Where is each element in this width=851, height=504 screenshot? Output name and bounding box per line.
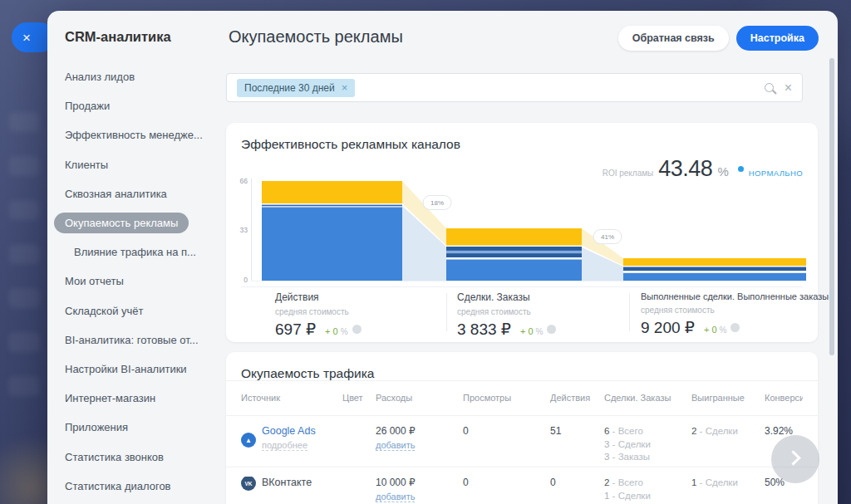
- sidebar-item-label: BI-аналитика: готовые от...: [65, 334, 199, 346]
- settings-button[interactable]: Настройка: [736, 26, 819, 51]
- sidebar-nav: Анализ лидов Продажи Эффективность менед…: [47, 62, 225, 501]
- views-value: 0: [463, 477, 550, 504]
- stat-delta-unit: %: [341, 327, 348, 336]
- divider: [241, 286, 803, 287]
- sidebar-item-call-stats[interactable]: Статистика звонков: [47, 442, 225, 471]
- sidebar-item-label: Статистика звонков: [65, 451, 164, 463]
- funnel-bar-1-yellow[interactable]: [262, 181, 402, 203]
- crm-analytics-slider: CRM-аналитика Анализ лидов Продажи Эффек…: [47, 11, 838, 504]
- sidebar-item-warehouse[interactable]: Складской учёт: [47, 296, 225, 325]
- column-header-conversion[interactable]: Конверсия,: [765, 393, 803, 403]
- clear-filter-icon[interactable]: ×: [785, 81, 792, 95]
- sidebar-item-label: Влияние трафика на п...: [74, 246, 196, 258]
- details-link[interactable]: подробнее: [262, 440, 307, 451]
- sidebar-item-ad-roi[interactable]: Окупаемость рекламы: [47, 208, 225, 237]
- feedback-button[interactable]: Обратная связь: [618, 26, 729, 51]
- stat-value: 9 200 ₽: [641, 318, 695, 337]
- funnel-bar-2-blue[interactable]: [446, 260, 582, 281]
- column-header-won[interactable]: Выигранные: [691, 393, 765, 403]
- info-icon[interactable]: [730, 323, 740, 332]
- divider: [446, 293, 447, 331]
- filter-chip-label: Последние 30 дней: [244, 82, 335, 94]
- chip-remove-icon[interactable]: ×: [342, 82, 348, 93]
- sidebar-item-label: Приложения: [65, 421, 128, 433]
- sidebar-item-lead-analysis[interactable]: Анализ лидов: [47, 62, 225, 91]
- source-link[interactable]: Google Ads: [262, 425, 316, 437]
- stat-value: 697 ₽: [275, 320, 316, 339]
- column-header-actions[interactable]: Действия: [550, 393, 604, 403]
- table-header: Источник Цвет Расходы Просмотры Действия…: [241, 393, 803, 403]
- stat-actions: Действия средняя стоимость 697 ₽ + 0 %: [275, 291, 362, 339]
- background-blur-shape: [8, 332, 40, 352]
- conversion-badge-label: 18%: [430, 199, 444, 207]
- column-header-expenses[interactable]: Расходы: [376, 393, 463, 403]
- scroll-right-button[interactable]: [771, 435, 819, 483]
- traffic-card: Окупаемость трафика Источник Цвет Расход…: [226, 352, 818, 504]
- column-header-deals[interactable]: Сделки. Заказы: [604, 393, 691, 403]
- stat-delta-unit: %: [536, 327, 544, 336]
- sidebar-item-label: Клиенты: [65, 159, 108, 171]
- sidebar-item-traffic-influence[interactable]: Влияние трафика на п...: [47, 237, 225, 267]
- funnel-bar-2-navy[interactable]: [446, 247, 582, 251]
- actions-value: 51: [550, 425, 604, 464]
- info-icon[interactable]: [352, 325, 362, 334]
- stat-deals-orders: Сделки. Заказы средняя стоимость 3 833 ₽…: [457, 291, 556, 339]
- search-icon[interactable]: [765, 83, 774, 92]
- filter-search-input[interactable]: [355, 74, 764, 101]
- sidebar-item-online-store[interactable]: Интернет-магазин: [47, 384, 225, 413]
- stat-completed-deals: Выполненные сделки. Выполненные заказы с…: [641, 291, 829, 337]
- page-title: Окупаемость рекламы: [229, 27, 403, 46]
- stat-label: Действия: [275, 291, 362, 303]
- funnel-chart: 66 33 0 18%: [235, 174, 810, 286]
- column-header-views[interactable]: Просмотры: [463, 393, 550, 403]
- sidebar-title: CRM-аналитика: [65, 29, 171, 45]
- y-tick: 33: [240, 226, 248, 234]
- funnel-bar-3-yellow[interactable]: [623, 258, 806, 266]
- background-blur-shape: [8, 156, 40, 176]
- funnel-bar-2-stripe: [446, 252, 582, 253]
- sidebar-item-clients[interactable]: Клиенты: [47, 150, 225, 179]
- divider: [226, 415, 818, 416]
- traffic-card-title: Окупаемость трафика: [241, 366, 374, 381]
- stat-delta: + 0: [520, 326, 534, 336]
- sidebar-item-end-to-end-analytics[interactable]: Сквозная аналитика: [47, 179, 225, 208]
- sidebar-item-dialog-stats[interactable]: Статистика диалогов: [47, 472, 225, 501]
- info-icon[interactable]: [547, 325, 556, 334]
- background-blur-shape: [8, 244, 40, 264]
- sidebar-item-label: Складской учёт: [65, 305, 144, 317]
- chevron-right-icon: [785, 450, 800, 465]
- vkontakte-icon: VK: [241, 477, 256, 491]
- funnel-bar-1-blue[interactable]: [262, 208, 402, 281]
- sidebar-item-label: Эффективность менедже...: [65, 129, 203, 141]
- add-expenses-link[interactable]: добавить: [376, 440, 415, 451]
- column-header-color[interactable]: Цвет: [342, 393, 376, 403]
- sidebar-item-label: Продажи: [65, 100, 110, 112]
- source-label[interactable]: ВКонтакте: [262, 477, 312, 488]
- vertical-scrollbar[interactable]: [829, 58, 834, 355]
- sidebar-item-sales[interactable]: Продажи: [47, 91, 225, 120]
- stat-sublabel: средняя стоимость: [641, 306, 829, 315]
- funnel-bar-2-navy[interactable]: [446, 253, 582, 257]
- sidebar-item-apps[interactable]: Приложения: [47, 413, 225, 442]
- stat-delta-unit: %: [720, 325, 727, 335]
- y-tick: 0: [243, 276, 248, 284]
- filter-chip-last-30-days[interactable]: Последние 30 дней ×: [237, 79, 355, 97]
- column-header-source[interactable]: Источник: [241, 393, 342, 403]
- sidebar-item-bi-settings[interactable]: Настройки BI-аналитики: [47, 355, 225, 384]
- funnel-bar-3-navy[interactable]: [623, 267, 806, 272]
- expenses-value: 10 000 ₽: [376, 477, 416, 488]
- header-buttons: Обратная связь Настройка: [618, 26, 819, 51]
- funnel-bar-3-blue[interactable]: [623, 273, 806, 281]
- sidebar-item-bi-ready-reports[interactable]: BI-аналитика: готовые от...: [47, 325, 225, 355]
- google-ads-icon: ▲: [241, 433, 256, 448]
- sidebar-item-my-reports[interactable]: Мои отчеты: [47, 267, 225, 296]
- won-cell: 1 - Сделки: [691, 477, 765, 504]
- y-tick: 66: [240, 177, 248, 185]
- add-expenses-link[interactable]: добавить: [376, 492, 415, 502]
- sidebar-item-label: Анализ лидов: [65, 71, 135, 83]
- funnel-card-title: Эффективность рекламных каналов: [241, 137, 460, 152]
- funnel-bar-2-yellow[interactable]: [446, 228, 582, 246]
- sidebar-item-manager-efficiency[interactable]: Эффективность менедже...: [47, 120, 225, 149]
- filter-bar[interactable]: Последние 30 дней × ×: [226, 73, 803, 102]
- background-blur-shape: [8, 288, 40, 308]
